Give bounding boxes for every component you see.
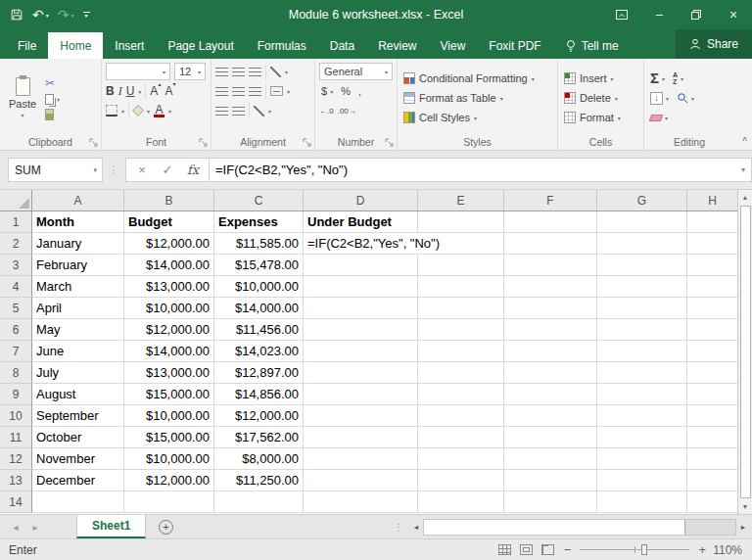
cell-d3[interactable] <box>304 255 418 276</box>
cell[interactable] <box>504 491 597 513</box>
cell[interactable] <box>687 233 737 255</box>
tab-foxit-pdf[interactable]: Foxit PDF <box>477 32 552 59</box>
clipboard-dialog-launcher-icon[interactable] <box>89 138 98 147</box>
cell-c9[interactable]: $14,856.00 <box>214 384 304 405</box>
cell-d14[interactable] <box>304 491 418 513</box>
cell[interactable] <box>418 341 504 362</box>
cell[interactable] <box>418 491 504 513</box>
tab-insert[interactable]: Insert <box>103 32 156 59</box>
cell-a12[interactable]: November <box>32 448 124 470</box>
number-format-select[interactable]: General▾ <box>319 63 393 80</box>
cell-c8[interactable]: $12,897.00 <box>214 362 304 384</box>
cell-c5[interactable]: $14,000.00 <box>214 298 304 319</box>
tab-data[interactable]: Data <box>318 32 366 59</box>
alignment-dialog-launcher-icon[interactable] <box>303 138 311 147</box>
cell-d12[interactable] <box>304 448 418 470</box>
merge-center-button[interactable] <box>270 86 283 96</box>
tell-me-box[interactable]: Tell me <box>553 32 631 59</box>
cell-d5[interactable] <box>304 298 418 319</box>
scroll-left-icon[interactable]: ◄ <box>409 524 423 531</box>
cell[interactable] <box>504 233 597 255</box>
wrap-text-button[interactable] <box>254 106 264 117</box>
cell[interactable] <box>597 470 687 491</box>
cell[interactable] <box>504 211 597 233</box>
cell[interactable] <box>597 405 687 427</box>
insert-function-button[interactable]: fx <box>181 163 205 177</box>
fill-color-button[interactable] <box>132 105 144 117</box>
cancel-button[interactable]: × <box>130 163 154 177</box>
increase-font-size-button[interactable]: A▴ <box>150 84 161 98</box>
cell[interactable] <box>504 427 597 448</box>
restore-button[interactable] <box>678 0 715 29</box>
tab-review[interactable]: Review <box>366 32 428 59</box>
cell[interactable] <box>597 211 687 233</box>
cell-a1[interactable]: Month <box>32 211 124 233</box>
cell-a7[interactable]: June <box>32 341 124 362</box>
font-name-select[interactable]: ▾ <box>106 63 170 80</box>
row-header[interactable]: 3 <box>0 255 32 276</box>
cell-d7[interactable] <box>304 341 418 362</box>
horizontal-scroll-thumb[interactable] <box>424 520 685 535</box>
scroll-up-icon[interactable]: ▲ <box>742 190 749 205</box>
paste-dropdown-icon[interactable]: ▾ <box>21 112 24 118</box>
row-header[interactable]: 2 <box>0 233 32 255</box>
cell-c1[interactable]: Expenses <box>214 211 304 233</box>
cell-c11[interactable]: $17,562.00 <box>214 427 304 448</box>
cell[interactable] <box>418 448 504 470</box>
cell[interactable] <box>597 491 687 513</box>
column-header-g[interactable]: G <box>597 190 687 210</box>
row-header[interactable]: 4 <box>0 276 32 298</box>
cell[interactable] <box>504 362 597 384</box>
name-box[interactable]: SUM ▾ <box>8 158 103 182</box>
cell-b4[interactable]: $13,000.00 <box>124 276 214 298</box>
cell-a13[interactable]: December <box>32 470 124 491</box>
align-top-button[interactable] <box>215 68 228 76</box>
cell-d2[interactable]: =IF(C2<B2,"Yes", "No") <box>304 233 418 255</box>
cell[interactable] <box>687 384 737 405</box>
expand-formula-bar-icon[interactable]: ▾ <box>741 165 745 174</box>
cell-b13[interactable]: $12,000.00 <box>124 470 214 491</box>
cell-a9[interactable]: August <box>32 384 124 405</box>
percent-style-button[interactable]: % <box>339 84 352 98</box>
align-middle-button[interactable] <box>232 68 245 76</box>
row-header[interactable]: 10 <box>0 405 32 427</box>
zoom-in-button[interactable]: + <box>693 542 711 557</box>
cell-a6[interactable]: May <box>32 319 124 341</box>
cell-c3[interactable]: $15,478.00 <box>214 255 304 276</box>
cell[interactable] <box>504 384 597 405</box>
cell[interactable] <box>687 211 737 233</box>
cell-a3[interactable]: February <box>32 255 124 276</box>
cell-b6[interactable]: $12,000.00 <box>124 319 214 341</box>
cell-a14[interactable] <box>32 491 124 513</box>
cell-c2[interactable]: $11,585.00 <box>214 233 304 255</box>
increase-decimal-button[interactable]: ←.0 <box>319 107 334 116</box>
page-break-view-button[interactable] <box>538 542 559 558</box>
cell[interactable] <box>687 276 737 298</box>
sheet-tab-sheet1[interactable]: Sheet1 <box>76 515 146 538</box>
normal-view-button[interactable] <box>494 542 516 558</box>
cell[interactable] <box>418 298 504 319</box>
cell-c12[interactable]: $8,000.00 <box>214 448 304 470</box>
cell-c14[interactable] <box>214 491 304 513</box>
underline-dropdown-icon[interactable]: ▾ <box>138 88 141 95</box>
cell[interactable] <box>418 384 504 405</box>
scroll-right-icon[interactable]: ► <box>736 524 750 531</box>
cell-b3[interactable]: $14,000.00 <box>124 255 214 276</box>
cell[interactable] <box>504 319 597 341</box>
accounting-format-button[interactable]: $▾ <box>319 84 335 98</box>
undo-dropdown-icon[interactable]: ▾ <box>46 12 49 19</box>
format-cells-button[interactable]: Format▾ <box>560 108 641 127</box>
vertical-scrollbar[interactable]: ▲ ▼ <box>737 190 752 514</box>
tab-formulas[interactable]: Formulas <box>246 32 318 59</box>
comma-style-button[interactable]: , <box>356 84 363 98</box>
cell-a8[interactable]: July <box>32 362 124 384</box>
cell[interactable] <box>687 341 737 362</box>
cell[interactable] <box>418 362 504 384</box>
cell-d10[interactable] <box>304 405 418 427</box>
cell-b2[interactable]: $12,000.00 <box>124 233 214 255</box>
enter-button[interactable]: ✓ <box>156 163 179 177</box>
zoom-slider-thumb[interactable] <box>641 544 647 555</box>
cell-b10[interactable]: $10,000.00 <box>124 405 214 427</box>
cell-a2[interactable]: January <box>32 233 124 255</box>
name-box-dropdown-icon[interactable]: ▾ <box>93 166 97 174</box>
